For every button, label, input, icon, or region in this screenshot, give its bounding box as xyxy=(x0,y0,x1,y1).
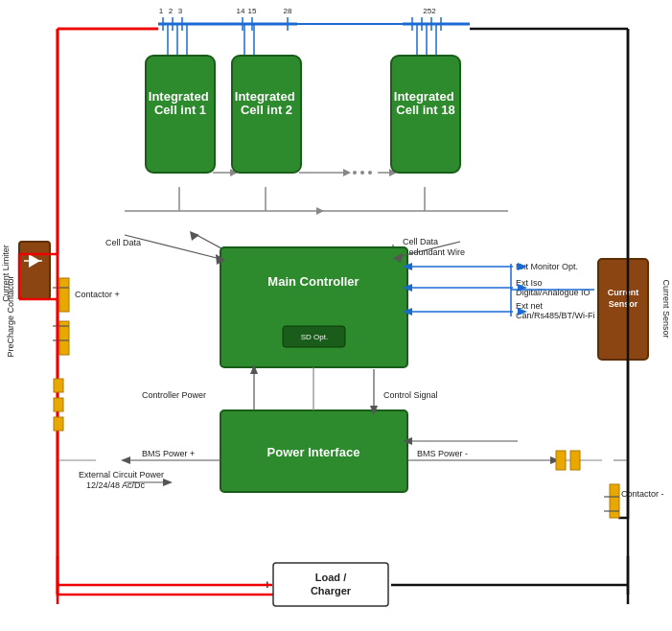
svg-rect-136 xyxy=(556,451,566,470)
svg-point-31 xyxy=(353,171,357,175)
svg-text:Cell Data: Cell Data xyxy=(105,238,141,247)
svg-marker-40 xyxy=(316,207,324,215)
diagram-container: 1 2 3 14 15 28 252 Cell Data xyxy=(0,0,672,631)
svg-text:Integrated
      Cell int 18: Integrated Cell int 18 xyxy=(394,89,457,117)
svg-text:28: 28 xyxy=(284,7,292,15)
svg-text:BMS Power -: BMS Power - xyxy=(417,449,468,458)
svg-rect-147 xyxy=(54,379,63,392)
svg-point-33 xyxy=(368,171,372,175)
svg-text:Can/Rs485/BT/Wi-Fi: Can/Rs485/BT/Wi-Fi xyxy=(516,311,595,320)
svg-text:External Circuit Power: External Circuit Power xyxy=(79,470,164,479)
svg-text:Integrated
      Cell int 2: Integrated Cell int 2 xyxy=(235,89,298,117)
svg-text:Sensor: Sensor xyxy=(609,299,638,309)
svg-text:PreCharge Contactor: PreCharge Contactor xyxy=(6,275,15,357)
svg-text:1: 1 xyxy=(159,7,164,15)
svg-rect-111 xyxy=(610,484,619,518)
svg-text:Current: Current xyxy=(608,288,639,297)
svg-text:Load /: Load / xyxy=(315,572,346,583)
svg-text:SD Opt.: SD Opt. xyxy=(301,333,328,341)
svg-marker-69 xyxy=(121,456,130,464)
svg-text:2: 2 xyxy=(169,7,174,15)
svg-text:Contactor +: Contactor + xyxy=(75,290,120,299)
svg-text:Cell Data: Cell Data xyxy=(403,237,438,246)
main-diagram: 1 2 3 14 15 28 252 Cell Data xyxy=(0,0,672,631)
svg-rect-149 xyxy=(54,417,63,431)
svg-text:3: 3 xyxy=(178,7,183,15)
svg-text:Redundant Wire: Redundant Wire xyxy=(403,247,465,257)
svg-text:Current Sensor: Current Sensor xyxy=(661,279,671,338)
svg-text:Power Interface: Power Interface xyxy=(267,445,360,459)
svg-marker-30 xyxy=(343,169,351,176)
svg-rect-96 xyxy=(598,259,648,360)
svg-marker-44 xyxy=(190,231,199,241)
svg-rect-148 xyxy=(54,398,63,411)
svg-rect-104 xyxy=(59,278,69,312)
svg-text:BMS Power +: BMS Power + xyxy=(142,449,195,458)
svg-text:252: 252 xyxy=(423,7,436,15)
svg-marker-79 xyxy=(163,479,173,486)
svg-rect-137 xyxy=(570,451,580,470)
svg-point-32 xyxy=(360,171,364,175)
svg-text:Main Controller: Main Controller xyxy=(267,274,359,289)
svg-text:Integrated
      Cell int 1: Integrated Cell int 1 xyxy=(149,89,212,117)
svg-rect-56 xyxy=(220,247,407,367)
svg-text:Control Signal: Control Signal xyxy=(383,390,438,400)
svg-text:14: 14 xyxy=(237,7,245,15)
svg-text:15: 15 xyxy=(248,7,257,15)
svg-text:Controller Power: Controller Power xyxy=(142,390,206,400)
svg-text:Charger: Charger xyxy=(311,585,352,596)
svg-rect-100 xyxy=(19,242,50,299)
